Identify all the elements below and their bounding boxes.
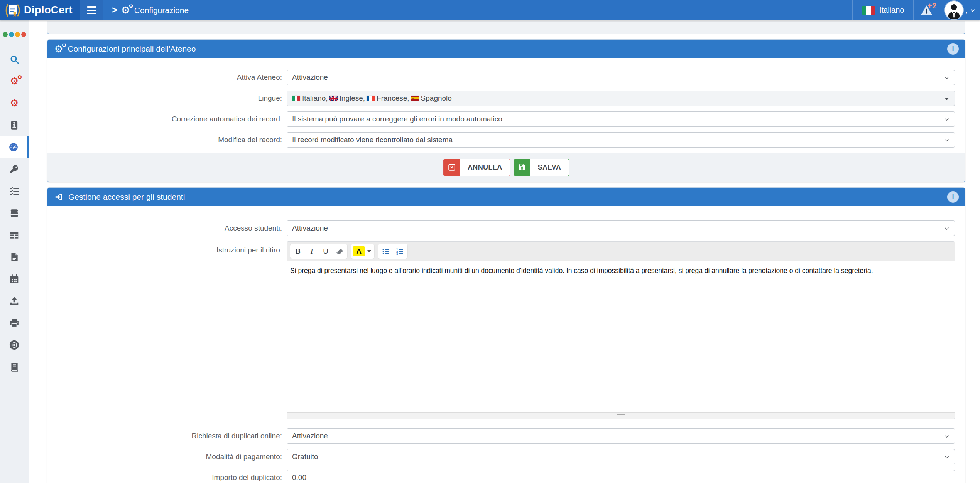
language-option: Italiano, — [292, 94, 328, 103]
sidebar-item-tables[interactable] — [0, 224, 29, 246]
sidebar-item-print[interactable] — [0, 312, 29, 334]
hamburger-icon — [87, 6, 96, 14]
language-name: Francese, — [377, 94, 409, 103]
form-row-lingue: Lingue: Italiano, — [47, 91, 965, 106]
caret-down-icon — [945, 98, 949, 100]
sidebar-toggle-button[interactable] — [80, 0, 103, 20]
file-icon — [9, 252, 19, 262]
sidebar-item-database[interactable] — [0, 202, 29, 224]
select-value: Attivazione — [292, 73, 328, 82]
printer-icon — [9, 318, 19, 328]
cogs-icon: ⚙⚙ — [54, 44, 63, 54]
language-name: Italiano, — [302, 94, 328, 103]
table-icon — [9, 230, 19, 240]
info-icon: i — [952, 45, 954, 53]
accesso-studenti-select[interactable]: Attivazione — [287, 220, 955, 236]
font-color-button[interactable]: A — [352, 245, 366, 258]
panel-title: Configurazioni principali dell'Ateneo — [68, 44, 196, 54]
chevron-down-icon — [944, 226, 950, 231]
correzione-select[interactable]: Il sistema può provare a correggere gli … — [287, 111, 955, 127]
sidebar-item-tasks[interactable] — [0, 180, 29, 202]
id-badge-icon — [9, 120, 19, 130]
attiva-ateneo-select[interactable]: Attivazione — [287, 70, 955, 85]
highlight-a-icon: A — [353, 246, 365, 256]
upload-icon — [9, 296, 19, 306]
editor-toolbar: B I U — [287, 242, 955, 261]
format-group: B I U — [290, 244, 347, 259]
sidebar-item-manual[interactable] — [0, 356, 29, 378]
sidebar-item-dashboard[interactable] — [0, 136, 29, 158]
brand-logo-area[interactable]: DiploCert — [0, 0, 80, 20]
sidebar-item-id-badge[interactable] — [0, 114, 29, 136]
sidebar-item-keys[interactable] — [0, 158, 29, 180]
field-label: Modifica dei record: — [47, 136, 287, 144]
info-button[interactable]: i — [947, 191, 959, 203]
field-label: Attiva Ateneo: — [47, 73, 287, 82]
field-label: Istruzioni per il ritiro: — [47, 241, 287, 254]
alerts-menu[interactable]: +2 — [914, 0, 939, 20]
info-button[interactable]: i — [947, 43, 959, 55]
italic-button[interactable]: I — [305, 245, 319, 258]
language-label: Italiano — [879, 6, 904, 15]
database-icon — [9, 208, 19, 218]
editor-resize-bar[interactable] — [287, 412, 955, 419]
save-floppy-icon — [514, 159, 530, 176]
sidebar-item-calendar[interactable] — [0, 268, 29, 290]
italian-flag-icon — [862, 6, 875, 15]
importo-duplicato-input[interactable]: 0.00 — [287, 470, 955, 483]
dashboard-gauge-icon — [8, 142, 19, 152]
chevron-down-icon — [944, 75, 950, 81]
salva-button[interactable]: SALVA — [514, 159, 569, 176]
underline-button[interactable]: U — [319, 245, 333, 258]
user-menu[interactable]: , — [939, 0, 980, 20]
divider — [941, 40, 941, 58]
sidebar-item-documents[interactable] — [0, 246, 29, 268]
duplicati-online-select[interactable]: Attivazione — [287, 428, 955, 444]
field-label: Accesso studenti: — [47, 224, 287, 232]
cogs-icon: ⚙⚙ — [121, 5, 130, 15]
sidebar-item-configurations[interactable]: ⚙⚙ — [0, 70, 29, 92]
search-icon — [9, 54, 19, 64]
clear-format-button[interactable] — [333, 245, 346, 258]
chevron-down-icon — [944, 117, 950, 122]
life-ring-icon — [9, 340, 19, 350]
font-color-dropdown[interactable] — [366, 245, 373, 258]
sidebar-item-support[interactable] — [0, 334, 29, 356]
breadcrumb[interactable]: > ⚙⚙ Configurazione — [112, 0, 189, 20]
button-label: ANNULLA — [460, 159, 510, 176]
modifica-select[interactable]: Il record modificato viene ricontrollato… — [287, 132, 955, 148]
language-menu[interactable]: Italiano — [853, 0, 914, 20]
resize-grip-icon — [617, 414, 625, 417]
sidebar-item-settings[interactable]: ⚙ — [0, 92, 29, 114]
diplocert-logo-icon — [5, 2, 21, 19]
lingue-multiselect[interactable]: Italiano, Inglese, — [287, 91, 955, 106]
book-icon — [9, 362, 19, 372]
panel-header: ⚙⚙ Configurazioni principali dell'Ateneo… — [47, 40, 965, 58]
select-value: Il record modificato viene ricontrollato… — [292, 136, 453, 144]
form-row-accesso-studenti: Accesso studenti: Attivazione — [47, 220, 965, 236]
bullet-list-icon — [382, 247, 390, 256]
spanish-flag-icon — [411, 96, 419, 101]
language-option: Spagnolo — [411, 94, 452, 103]
ordered-list-button[interactable]: 1 2 3 — [393, 245, 407, 258]
language-name: Inglese, — [340, 94, 365, 103]
language-option: Francese, — [367, 94, 409, 103]
panel-header: Gestione accessi per gli studenti i — [47, 188, 965, 206]
language-name: Spagnolo — [421, 94, 452, 103]
italian-flag-icon — [292, 96, 300, 101]
sidebar-item-upload[interactable] — [0, 290, 29, 312]
annulla-button[interactable]: ANNULLA — [443, 159, 510, 176]
field-label: Importo del duplicato: — [47, 473, 287, 482]
unordered-list-button[interactable] — [379, 245, 393, 258]
svg-text:3: 3 — [396, 253, 398, 256]
form-row-modifica: Modifica dei record: Il record modificat… — [47, 132, 965, 148]
modalita-pagamento-select[interactable]: Gratuito — [287, 449, 955, 464]
panel-body: Attiva Ateneo: Attivazione Lingue: Itali… — [47, 58, 965, 153]
breadcrumb-label: Configurazione — [134, 6, 189, 15]
sidebar-item-search[interactable] — [0, 48, 29, 70]
french-flag-icon — [367, 96, 375, 101]
rich-text-editor: B I U — [287, 241, 955, 419]
top-navbar: DiploCert > ⚙⚙ Configurazione Italiano — [0, 0, 980, 20]
bold-button[interactable]: B — [291, 245, 305, 258]
editor-content[interactable]: Si prega di presentarsi nel luogo e all'… — [287, 261, 955, 412]
